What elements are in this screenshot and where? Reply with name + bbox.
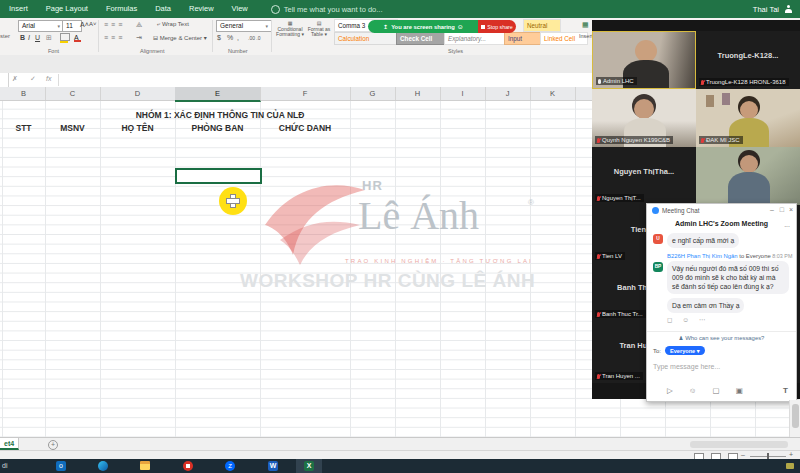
mic-muted-icon [597,312,600,317]
red-app-icon[interactable] [183,461,193,471]
participant-name-label: Tran Huyen ... [595,372,643,380]
cell-header-hoten: HỌ TÊN [100,123,175,133]
meeting-chat-window: Meeting Chat – □ × Admin LHC's Zoom Meet… [646,203,797,402]
file-explorer-icon[interactable] [140,461,150,471]
maximize-button[interactable]: □ [780,206,784,213]
divider [58,74,59,86]
account-area[interactable]: Thai Tai [753,5,800,14]
share-settings-icon[interactable]: ⊙ [458,24,463,30]
comma-button[interactable]: , [237,34,239,41]
merge-center-button[interactable]: ⊟ Merge & Center ▾ [153,34,207,41]
column-header-e-selected[interactable]: E [175,87,261,102]
format-text-icon[interactable]: T [783,386,788,395]
horizontal-scrollbar[interactable] [690,441,788,448]
ribbon-tab-insert[interactable]: Insert [0,0,37,18]
recipient-dropdown[interactable]: Everyone ▾ [665,346,705,355]
minimize-button[interactable]: – [770,206,774,213]
ribbon-tab-view[interactable]: View [223,0,257,18]
participant-body [728,172,770,205]
number-format-combo[interactable]: General▾ [216,20,272,32]
cancel-icon[interactable]: ✗ [12,75,18,83]
ribbon-tab-formulas[interactable]: Formulas [97,0,146,18]
decimal-buttons[interactable]: .00 .0 [248,35,261,41]
zalo-icon[interactable]: Z [225,461,235,471]
video-tile-participant[interactable] [696,147,800,205]
chat-toolbar-icons[interactable]: ▷ ☺ ▢ ▣ [667,386,750,395]
selected-cell[interactable] [175,168,262,184]
column-header-d[interactable]: D [100,87,176,100]
wrap-text-button[interactable]: ⤶ Wrap Text [157,21,189,28]
underline-button[interactable]: U [35,34,40,41]
zoom-in-button[interactable]: + [789,451,793,458]
participant-name-label: Nguyen ThịT... [595,194,644,202]
video-tile-nguyen[interactable]: Nguyen ThịTha... Nguyen ThịT... [592,147,696,205]
style-calculation[interactable]: Calculation [334,32,398,45]
shrink-font-icon[interactable]: A˅ [89,21,97,27]
style-neutral[interactable]: Neutral [523,19,561,32]
edge-icon[interactable] [98,461,108,471]
participant-name-label: Admin LHC [596,77,637,85]
column-header-i[interactable]: I [440,87,486,100]
insert-function-icon[interactable]: fx [46,75,51,82]
sender-to: to Everyone [739,253,770,259]
ribbon-tab-page-layout[interactable]: Page Layout [37,0,97,18]
column-header-b[interactable]: B [2,87,46,100]
column-header-f[interactable]: F [260,87,351,100]
indent-icons[interactable]: ⇥ [136,34,142,42]
currency-button[interactable]: $ [217,34,221,41]
stop-share-button[interactable]: Stop share [478,20,516,33]
active-sheet-tab[interactable]: et4 [0,438,19,450]
vertical-scrollbar-thumb[interactable] [792,404,799,428]
privacy-link[interactable]: ♟ Who can see your messages? [647,331,796,341]
align-top-icons[interactable]: ≡≡≡ [104,21,125,28]
percent-button[interactable]: % [227,34,233,41]
column-header-h[interactable]: H [395,87,441,100]
close-button[interactable]: × [789,206,793,213]
excel-icon[interactable]: X [304,461,314,471]
video-tile-truongle[interactable]: TruongLe-K128... TruongLe-K128 HRONL-361… [696,31,800,89]
conditional-formatting-button[interactable]: ▦Conditional Formatting ▾ [276,21,304,38]
sender-name: B226H Phan Thị Kim Ngân [667,253,738,259]
format-as-table-button[interactable]: ▤Format as Table ▾ [306,21,332,38]
participant-face [740,101,758,119]
font-size-value: 11 [66,22,73,29]
add-sheet-button[interactable]: + [48,440,58,450]
ribbon-tab-review[interactable]: Review [180,0,223,18]
column-header-j[interactable]: J [485,87,531,100]
font-color-icon[interactable]: A [74,34,81,42]
ribbon-tab-data[interactable]: Data [146,0,180,18]
italic-button[interactable]: I [28,34,30,41]
vertical-scrollbar[interactable] [789,400,800,437]
video-tile-admin-lhc[interactable]: Admin LHC [592,31,696,89]
bold-button[interactable]: B [20,34,25,41]
outlook-icon[interactable]: o [56,461,66,471]
mic-on-icon [598,79,601,84]
chat-message-input[interactable]: Type message here... [653,363,720,370]
grow-font-icon[interactable]: A˄ [80,21,89,28]
column-header-g[interactable]: G [350,87,396,100]
privacy-label: Who can see your messages? [685,335,764,341]
video-tile-dakmi[interactable]: ĐAK MI JSC [696,89,800,147]
fill-color-icon[interactable] [60,33,70,43]
style-explanatory[interactable]: Explanatory... [444,32,508,45]
zoom-out-button[interactable]: – [741,451,745,458]
orientation-icon[interactable]: ⟁ [136,21,142,29]
style-input[interactable]: Input [504,32,542,45]
tell-me-search[interactable]: Tell me what you want to do... [271,5,383,14]
style-check-cell[interactable]: Check Cell [396,32,448,45]
chat-more-icon[interactable]: ... [784,221,790,228]
name-box[interactable] [0,73,9,87]
font-size-combo[interactable]: 11 [62,20,82,32]
align-left-icons[interactable]: ≡≡≡ [104,34,125,41]
format-as-table-label: Format as Table [308,26,331,38]
word-icon[interactable]: W [268,461,278,471]
font-name-combo[interactable]: Arial▾ [18,20,64,32]
column-header-c[interactable]: C [45,87,101,100]
video-tile-quynh[interactable]: Quynh Nguyen K199C&B [592,89,696,147]
message-action-icons[interactable]: ◻ ☺ ⋯ [667,316,709,324]
borders-icon[interactable]: ⊞ [46,34,52,42]
insert-cells-icon[interactable]: ▦ [582,21,589,29]
cell-header-chucdanh: CHỨC DANH [260,123,350,133]
column-header-k[interactable]: K [530,87,576,100]
enter-icon[interactable]: ✓ [30,75,36,83]
